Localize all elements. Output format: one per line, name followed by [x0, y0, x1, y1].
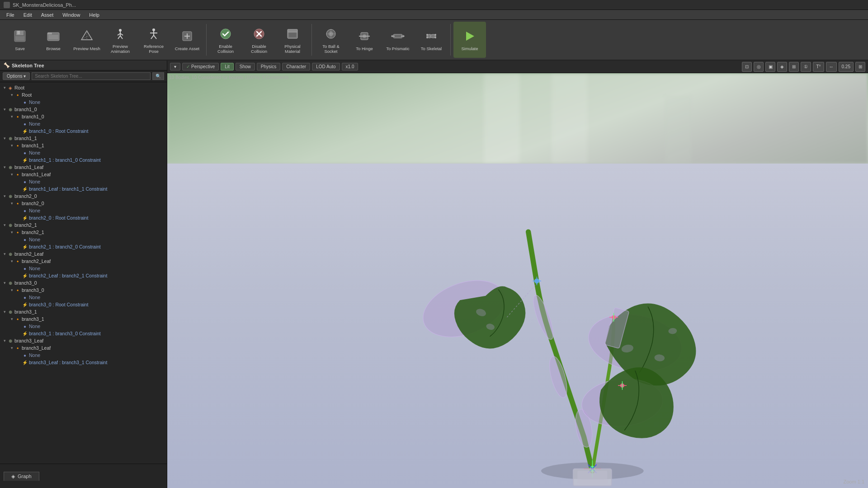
- search-input[interactable]: [32, 72, 151, 80]
- tree-node[interactable]: ● None: [0, 265, 167, 272]
- menu-help[interactable]: Help: [85, 11, 104, 19]
- physical-material-button[interactable]: Physical Material: [276, 22, 309, 58]
- tree-node[interactable]: ▾ ⊕ branch1_1: [0, 135, 167, 142]
- graph-tab[interactable]: ◈ Graph: [4, 472, 39, 481]
- tree-expand-icon: ▾: [2, 223, 7, 227]
- viewport-icon-7[interactable]: T°: [813, 62, 824, 72]
- tree-node[interactable]: ● None: [0, 99, 167, 106]
- viewport-icon-1[interactable]: ⊡: [742, 62, 752, 72]
- tree-node-label: None: [29, 266, 40, 271]
- tree-node[interactable]: ⚡ branch2_0 : Root Constraint: [0, 214, 167, 221]
- tree-node[interactable]: ▾ ⊕ branch1_0: [0, 106, 167, 113]
- lod-button[interactable]: LOD Auto: [312, 63, 340, 70]
- search-button[interactable]: 🔍: [152, 72, 164, 80]
- tree-node[interactable]: ▾ ⊕ branch3_Leaf: [0, 337, 167, 344]
- to-prismatic-button[interactable]: To Prismatic: [382, 22, 414, 58]
- menu-window[interactable]: Window: [58, 11, 85, 19]
- viewport-top[interactable]: 10 Bodies, 10 Considered for bounds (100…: [167, 73, 868, 164]
- create-asset-button[interactable]: Create Asset: [171, 22, 203, 58]
- physics-button[interactable]: Physics: [257, 63, 280, 70]
- tree-node-label: branch1_Leaf : branch1_1 Constraint: [29, 186, 107, 192]
- tree-node-type-icon: ●: [22, 178, 28, 185]
- tree-node[interactable]: ● None: [0, 120, 167, 127]
- viewport-icon-5[interactable]: ⊞: [789, 62, 799, 72]
- tree-node[interactable]: ⚡ branch2_Leaf : branch2_1 Constraint: [0, 272, 167, 279]
- tree-node[interactable]: ▾ 🔸 branch3_Leaf: [0, 344, 167, 352]
- enable-collision-button[interactable]: Enable Collision: [209, 22, 242, 58]
- show-button[interactable]: Show: [236, 63, 255, 70]
- viewport-icon-3[interactable]: ▣: [765, 62, 775, 72]
- viewport-bottom[interactable]: Zoom 1:1: [167, 164, 868, 488]
- tree-node[interactable]: ▾ 🔸 branch2_Leaf: [0, 258, 167, 265]
- tree-node[interactable]: ● None: [0, 149, 167, 156]
- simulate-button[interactable]: Simulate: [453, 22, 486, 58]
- perspective-dropdown[interactable]: ▾: [170, 63, 180, 70]
- lit-label: Lit: [225, 64, 230, 69]
- preview-mesh-button[interactable]: Preview Mesh: [71, 22, 103, 58]
- svg-line-8: [81, 31, 87, 40]
- title-text: SK_MonsteraDeliciosa_Ph...: [13, 2, 76, 8]
- tree-node[interactable]: ▾ 🔸 branch1_Leaf: [0, 171, 167, 178]
- tree-node[interactable]: ▾ 🔸 branch3_0: [0, 286, 167, 294]
- tree-node[interactable]: ▾ ⊕ branch2_1: [0, 221, 167, 229]
- disable-collision-button[interactable]: Disable Collision: [243, 22, 275, 58]
- tree-node[interactable]: ⚡ branch3_Leaf : branch3_1 Constraint: [0, 359, 167, 366]
- viewport-icon-scale[interactable]: 0.25: [839, 62, 854, 72]
- menu-file[interactable]: File: [2, 11, 19, 19]
- reference-pose-button[interactable]: Reference Pose: [137, 22, 170, 58]
- to-hinge-button[interactable]: To Hinge: [348, 22, 381, 58]
- tree-node[interactable]: ● None: [0, 178, 167, 185]
- scale-button[interactable]: x1.0: [342, 63, 359, 70]
- tree-node[interactable]: ● None: [0, 323, 167, 330]
- tree-node[interactable]: ▾ 🔸 branch1_1: [0, 142, 167, 149]
- tree-node[interactable]: ● None: [0, 207, 167, 214]
- tree-node[interactable]: ▾ ◈ Root: [0, 84, 167, 91]
- svg-marker-45: [403, 35, 405, 38]
- dropdown-icon: ▾: [174, 64, 176, 69]
- browse-button[interactable]: Browse: [37, 22, 70, 58]
- viewport-icon-6[interactable]: ①: [801, 62, 811, 72]
- tree-node-type-icon: ⊕: [7, 164, 14, 170]
- tree-node[interactable]: ▾ ⊕ branch2_0: [0, 192, 167, 200]
- reference-pose-icon: [146, 26, 162, 42]
- title-bar: SK_MonsteraDeliciosa_Ph...: [0, 0, 868, 10]
- tree-node[interactable]: ▾ ⊕ branch2_Leaf: [0, 250, 167, 258]
- tree-node[interactable]: ⚡ branch1_1 : branch1_0 Constraint: [0, 156, 167, 164]
- physics-label: Physics: [261, 64, 276, 69]
- tree-node[interactable]: ⚡ branch3_1 : branch3_0 Constraint: [0, 330, 167, 337]
- tree-node[interactable]: ● None: [0, 294, 167, 301]
- tree-node[interactable]: ▾ 🔸 Root: [0, 91, 167, 99]
- tree-node[interactable]: ▾ 🔸 branch1_0: [0, 113, 167, 120]
- tree-expand-icon: ▾: [2, 85, 7, 90]
- to-skeletal-button[interactable]: To Skeletal: [415, 22, 448, 58]
- tree-node[interactable]: ▾ ⊕ branch1_Leaf: [0, 164, 167, 171]
- options-button[interactable]: Options ▾: [3, 72, 30, 80]
- viewport-icon-2[interactable]: ◎: [754, 62, 764, 72]
- character-button[interactable]: Character: [282, 63, 310, 70]
- tree-node[interactable]: ⚡ branch2_1 : branch2_0 Constraint: [0, 243, 167, 250]
- tree-node[interactable]: ⚡ branch1_Leaf : branch1_1 Constraint: [0, 185, 167, 192]
- perspective-button[interactable]: ✓ Perspective: [182, 63, 219, 70]
- viewport-icon-4[interactable]: ◈: [777, 62, 787, 72]
- to-ball-socket-button[interactable]: To Ball & Socket: [315, 22, 347, 58]
- tree-node[interactable]: ▾ ⊕ branch3_1: [0, 308, 167, 315]
- save-button[interactable]: Save: [4, 22, 36, 58]
- toolbar-separator-2: [311, 24, 312, 56]
- menu-edit[interactable]: Edit: [19, 11, 37, 19]
- tree-node[interactable]: ▾ 🔸 branch3_1: [0, 315, 167, 323]
- tree-node[interactable]: ● None: [0, 236, 167, 243]
- preview-animation-button[interactable]: Preview Animation: [104, 22, 137, 58]
- tree-expand-icon: ▾: [2, 194, 7, 198]
- tree-node[interactable]: ▾ ⊕ branch3_0: [0, 279, 167, 286]
- tree-node-type-icon: ●: [22, 323, 28, 329]
- viewport-icon-grid[interactable]: ⊞: [855, 62, 865, 72]
- tree-node[interactable]: ● None: [0, 352, 167, 359]
- tree-node[interactable]: ▾ 🔸 branch2_1: [0, 229, 167, 236]
- tree-node[interactable]: ⚡ branch1_0 : Root Constraint: [0, 127, 167, 135]
- lit-button[interactable]: Lit: [221, 63, 234, 70]
- viewport-icon-8[interactable]: ↔: [826, 62, 837, 72]
- tree-node[interactable]: ⚡ branch3_0 : Root Constraint: [0, 301, 167, 308]
- skeleton-tree-area[interactable]: ▾ ◈ Root ▾ 🔸 Root ● None ▾ ⊕ branch1_0 ▾…: [0, 82, 167, 464]
- tree-node[interactable]: ▾ 🔸 branch2_0: [0, 200, 167, 207]
- menu-asset[interactable]: Asset: [37, 11, 58, 19]
